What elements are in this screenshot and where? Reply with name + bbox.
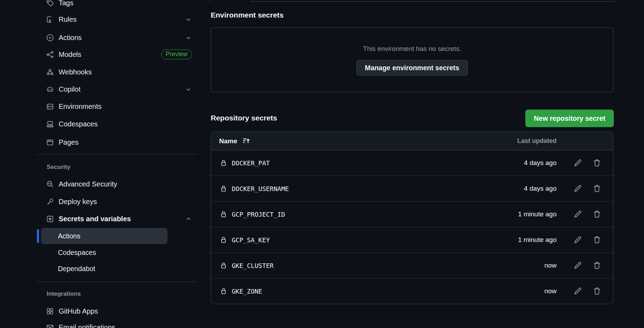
table-row: GKE_ZONE now bbox=[211, 278, 613, 304]
sidebar-item-label: Copilot bbox=[59, 85, 80, 93]
lock-icon bbox=[220, 210, 227, 218]
sidebar-item-github-apps[interactable]: GitHub Apps bbox=[37, 302, 197, 320]
edit-secret-button[interactable] bbox=[573, 287, 582, 296]
sidebar-section-security: Security bbox=[47, 164, 70, 171]
sidebar-subitem-actions[interactable]: Actions bbox=[41, 228, 167, 244]
trash-icon bbox=[592, 287, 602, 296]
delete-secret-button[interactable] bbox=[592, 287, 602, 296]
sort-ascending-icon bbox=[242, 137, 251, 145]
sidebar-subitem-codespaces[interactable]: Codespaces bbox=[41, 244, 167, 261]
chevron-down-icon bbox=[185, 17, 191, 22]
column-header-name[interactable]: Name bbox=[219, 137, 251, 145]
secret-name: GCP_SA_KEY bbox=[232, 236, 270, 244]
sidebar-item-environments[interactable]: Environments bbox=[37, 98, 197, 115]
tag-icon bbox=[46, 0, 54, 7]
sidebar-item-actions[interactable]: Actions bbox=[37, 29, 197, 46]
pencil-icon bbox=[573, 158, 582, 168]
sidebar-item-label: Rules bbox=[59, 15, 77, 24]
sidebar-item-label: Email notifications bbox=[59, 323, 115, 328]
table-header: Name Last updated bbox=[211, 132, 613, 150]
delete-secret-button[interactable] bbox=[592, 184, 602, 193]
pencil-icon bbox=[573, 261, 582, 270]
environment-secrets-box: This environment has no secrets. Manage … bbox=[211, 27, 613, 92]
sidebar-item-pages[interactable]: Pages bbox=[37, 133, 197, 151]
secret-name: DOCKER_USERNAME bbox=[232, 185, 289, 192]
sidebar-item-secrets-and-variables[interactable]: Secrets and variables bbox=[37, 210, 197, 228]
chevron-down-icon bbox=[185, 35, 191, 41]
asterisk-box-icon bbox=[46, 215, 54, 223]
sidebar-item-label: GitHub Apps bbox=[59, 307, 98, 315]
sidebar-item-advanced-security[interactable]: Advanced Security bbox=[37, 175, 197, 193]
trash-icon bbox=[592, 210, 602, 219]
edit-secret-button[interactable] bbox=[573, 261, 582, 270]
workflow-icon bbox=[46, 51, 54, 59]
sidebar-item-label: Models bbox=[59, 51, 81, 59]
delete-secret-button[interactable] bbox=[592, 235, 602, 244]
edit-secret-button[interactable] bbox=[573, 235, 582, 244]
secret-name: DOCKER_PAT bbox=[232, 159, 270, 167]
sidebar-item-codespaces[interactable]: Codespaces bbox=[37, 115, 197, 133]
sidebar-item-label: Actions bbox=[58, 232, 80, 240]
sidebar-divider bbox=[37, 154, 197, 155]
sidebar-item-label: Codespaces bbox=[59, 120, 98, 128]
secret-name: GCP_PROJECT_ID bbox=[232, 211, 285, 218]
sidebar-item-email-notifications[interactable]: Email notifications bbox=[37, 319, 197, 328]
secret-updated: 4 days ago bbox=[524, 185, 557, 192]
lock-icon bbox=[220, 159, 227, 167]
secret-updated: 4 days ago bbox=[524, 159, 557, 167]
mail-icon bbox=[46, 323, 54, 328]
sidebar-item-tags[interactable]: Tags bbox=[37, 0, 197, 12]
preview-badge: Preview bbox=[161, 50, 192, 60]
sidebar-item-label: Environments bbox=[59, 103, 101, 111]
sidebar-item-label: Actions bbox=[59, 34, 82, 42]
table-row: GKE_CLUSTER now bbox=[211, 252, 613, 278]
lock-icon bbox=[220, 184, 227, 193]
trash-icon bbox=[592, 261, 602, 270]
codespaces-icon bbox=[46, 120, 54, 128]
tab-left-border bbox=[210, 0, 210, 2]
environment-secrets-title: Environment secrets bbox=[211, 11, 284, 19]
edit-secret-button[interactable] bbox=[573, 210, 582, 219]
table-row: GCP_PROJECT_ID 1 minute ago bbox=[211, 201, 613, 227]
chevron-down-icon bbox=[185, 86, 191, 92]
edit-secret-button[interactable] bbox=[573, 184, 582, 193]
tabnav-bottom-border bbox=[252, 1, 615, 2]
sidebar-item-webhooks[interactable]: Webhooks bbox=[37, 63, 197, 81]
pencil-icon bbox=[573, 184, 582, 193]
table-row: DOCKER_USERNAME 4 days ago bbox=[211, 176, 613, 201]
pencil-icon bbox=[573, 235, 582, 244]
sidebar-item-copilot[interactable]: Copilot bbox=[37, 80, 197, 98]
environment-secrets-empty-message: This environment has no secrets. bbox=[211, 45, 613, 53]
sidebar-section-integrations: Integrations bbox=[47, 290, 81, 297]
rules-icon bbox=[46, 15, 54, 24]
edit-secret-button[interactable] bbox=[573, 158, 582, 168]
new-repository-secret-button[interactable]: New repository secret bbox=[525, 110, 614, 127]
browser-icon bbox=[46, 138, 54, 146]
sidebar-item-label: Codespaces bbox=[58, 249, 96, 257]
secret-updated: now bbox=[544, 287, 557, 295]
sidebar-item-label: Dependabot bbox=[58, 265, 95, 273]
lock-icon bbox=[220, 261, 227, 270]
lock-icon bbox=[220, 236, 227, 244]
repository-secrets-title: Repository secrets bbox=[211, 114, 277, 122]
trash-icon bbox=[592, 235, 602, 244]
secret-updated: 1 minute ago bbox=[518, 236, 557, 244]
sidebar-item-label: Advanced Security bbox=[59, 180, 117, 188]
secret-name: GKE_CLUSTER bbox=[232, 262, 274, 269]
delete-secret-button[interactable] bbox=[592, 210, 602, 219]
trash-icon bbox=[592, 158, 602, 168]
sidebar-item-label: Tags bbox=[59, 0, 73, 7]
settings-page: Tags Rules Actions Models Preview Webhoo… bbox=[0, 0, 644, 328]
sidebar-item-models[interactable]: Models Preview bbox=[37, 46, 197, 63]
delete-secret-button[interactable] bbox=[592, 158, 602, 168]
sidebar-subitem-dependabot[interactable]: Dependabot bbox=[41, 261, 167, 277]
lock-icon bbox=[220, 287, 227, 295]
secret-updated: 1 minute ago bbox=[518, 210, 557, 218]
sidebar-divider bbox=[37, 282, 197, 282]
delete-secret-button[interactable] bbox=[592, 261, 602, 270]
sidebar-item-rules[interactable]: Rules bbox=[37, 11, 197, 28]
sidebar-item-deploy-keys[interactable]: Deploy keys bbox=[37, 193, 197, 210]
sidebar-item-label: Secrets and variables bbox=[59, 215, 131, 223]
apps-icon bbox=[46, 307, 54, 315]
manage-environment-secrets-button[interactable]: Manage environment secrets bbox=[356, 60, 468, 76]
